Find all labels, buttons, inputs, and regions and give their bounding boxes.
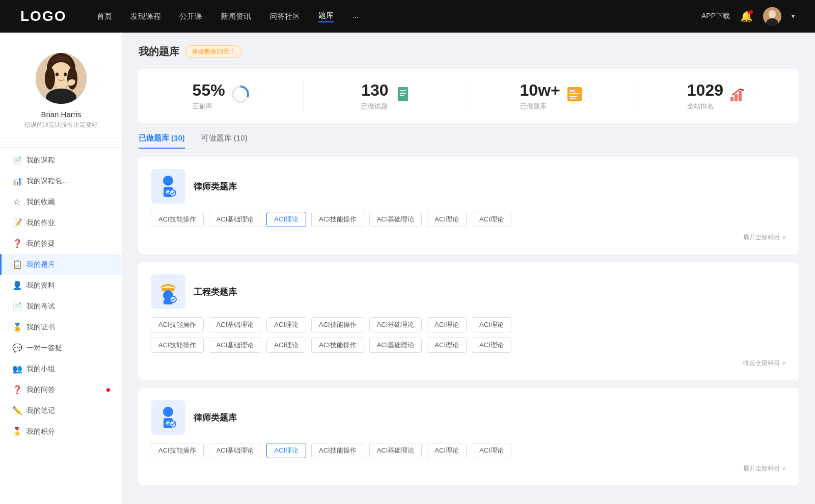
nav-item-首页[interactable]: 首页 (97, 12, 112, 21)
tag-0-2[interactable]: ACI理论 (266, 212, 306, 227)
menu-label-0: 我的课程 (26, 156, 55, 165)
svg-rect-22 (569, 93, 580, 94)
sidebar-menu-item-0[interactable]: 📄我的课程 (0, 150, 122, 171)
avatar[interactable] (763, 7, 781, 25)
bank-card-0: 律师类题库ACI技能操作ACI基础理论ACI理论ACI技能操作ACI基础理论AC… (139, 157, 799, 254)
tag-0-4[interactable]: ACI基础理论 (369, 212, 422, 227)
tag-0-5[interactable]: ACI理论 (427, 212, 467, 227)
tag-0-6[interactable]: ACI理论 (472, 212, 511, 227)
nav-item-问答社区[interactable]: 问答社区 (269, 12, 300, 21)
menu-icon-11: ❓ (12, 385, 21, 395)
app-download-link[interactable]: APP下载 (701, 12, 730, 21)
avatar-chevron[interactable]: ▾ (792, 13, 795, 20)
menu-icon-7: 📄 (12, 301, 21, 311)
logo[interactable]: LOGO (20, 8, 66, 24)
tag-2-6[interactable]: ACI理论 (472, 443, 511, 458)
stat-done-banks: 10w+ 已做题库 (469, 81, 634, 111)
tag-2-0[interactable]: ACI技能操作 (151, 443, 204, 458)
accuracy-chart-icon (231, 85, 250, 107)
bank-card-2: 律师类题库ACI技能操作ACI基础理论ACI理论ACI技能操作ACI基础理论AC… (139, 388, 799, 485)
menu-label-6: 我的资料 (26, 281, 55, 290)
sidebar-menu-item-11[interactable]: ❓我的问答 (0, 379, 122, 400)
tag-1-0-3[interactable]: ACI技能操作 (311, 317, 364, 332)
tag-1-0-1[interactable]: ACI基础理论 (209, 317, 262, 332)
expand-btn-2[interactable]: 展开全部科目 ∨ (743, 464, 786, 473)
tag-1-1-4[interactable]: ACI基础理论 (369, 338, 422, 353)
bank-icon-0 (151, 169, 185, 204)
menu-icon-4: ❓ (12, 239, 21, 248)
svg-rect-23 (569, 96, 578, 97)
sidebar-menu-item-13[interactable]: 🎖️我的积分 (0, 421, 122, 442)
tag-1-1-5[interactable]: ACI理论 (427, 338, 467, 353)
tag-2-5[interactable]: ACI理论 (427, 443, 467, 458)
tag-1-1-6[interactable]: ACI理论 (472, 338, 511, 353)
svg-rect-17 (400, 90, 406, 91)
tag-1-0-0[interactable]: ACI技能操作 (151, 317, 204, 332)
sidebar-menu-item-4[interactable]: ❓我的答疑 (0, 233, 122, 254)
sidebar-menu-item-7[interactable]: 📄我的考试 (0, 296, 122, 317)
tag-2-4[interactable]: ACI基础理论 (369, 443, 422, 458)
page-title: 我的题库 (139, 45, 179, 59)
sidebar-menu-item-9[interactable]: 💬一对一答疑 (0, 338, 122, 358)
trial-badge: 体验剩余23天！ (185, 45, 242, 58)
sidebar-menu-item-1[interactable]: 📊我的课程包... (0, 171, 122, 191)
menu-icon-12: ✏️ (12, 406, 21, 415)
tag-1-0-6[interactable]: ACI理论 (472, 317, 511, 332)
bank-footer-1: 收起全部科目 ∧ (151, 359, 786, 368)
nav-item-新闻资讯[interactable]: 新闻资讯 (221, 12, 251, 21)
sidebar-menu-item-6[interactable]: 👤我的资料 (0, 275, 122, 296)
navbar: LOGO 首页发现课程公开课新闻资讯问答社区题库··· APP下载 🔔 ▾ (0, 0, 815, 33)
tag-1-1-3[interactable]: ACI技能操作 (311, 338, 364, 353)
svg-point-28 (742, 89, 744, 91)
menu-icon-0: 📄 (12, 155, 21, 165)
tags-row-1-1: ACI技能操作ACI基础理论ACI理论ACI技能操作ACI基础理论ACI理论AC… (151, 338, 786, 353)
tag-2-1[interactable]: ACI基础理论 (209, 443, 262, 458)
menu-label-11: 我的问答 (26, 385, 55, 395)
svg-rect-18 (400, 93, 406, 94)
bank-footer-2: 展开全部科目 ∨ (151, 464, 786, 473)
tag-0-3[interactable]: ACI技能操作 (311, 212, 364, 227)
tab-row: 已做题库 (10)可做题库 (10) (139, 133, 799, 149)
tag-2-3[interactable]: ACI技能操作 (311, 443, 364, 458)
menu-icon-6: 👤 (12, 281, 21, 290)
tab-1[interactable]: 可做题库 (10) (201, 133, 248, 148)
notification-bell[interactable]: 🔔 (740, 10, 753, 22)
tag-1-0-2[interactable]: ACI理论 (266, 317, 306, 332)
svg-point-11 (64, 73, 67, 76)
sidebar-menu-item-5[interactable]: 📋我的题库 (0, 254, 122, 275)
nav-item-···[interactable]: ··· (352, 12, 359, 21)
tag-1-1-0[interactable]: ACI技能操作 (151, 338, 204, 353)
nav-item-题库[interactable]: 题库 (318, 11, 334, 22)
tag-0-1[interactable]: ACI基础理论 (209, 212, 262, 227)
menu-label-13: 我的积分 (26, 427, 55, 436)
sidebar-menu-item-3[interactable]: 📝我的作业 (0, 212, 122, 233)
nav-item-公开课[interactable]: 公开课 (179, 12, 202, 21)
svg-rect-25 (730, 97, 734, 101)
sidebar: Brian Harris 错误的决定比没有决定要好 📄我的课程📊我的课程包...… (0, 33, 122, 504)
nav-item-发现课程[interactable]: 发现课程 (130, 12, 161, 21)
stat-done-banks-value: 10w+ (520, 81, 560, 100)
tag-1-1-2[interactable]: ACI理论 (266, 338, 306, 353)
sidebar-menu-item-2[interactable]: ☆我的收藏 (0, 191, 122, 212)
tag-1-1-1[interactable]: ACI基础理论 (209, 338, 262, 353)
sidebar-menu-item-8[interactable]: 🏅我的证书 (0, 317, 122, 338)
sidebar-username: Brian Harris (41, 110, 81, 119)
stat-accuracy-label: 正确率 (193, 102, 225, 111)
expand-btn-0[interactable]: 展开全部科目 ∨ (743, 233, 786, 242)
menu-icon-13: 🎖️ (12, 427, 21, 436)
expand-btn-1[interactable]: 收起全部科目 ∧ (743, 359, 786, 368)
menu-label-7: 我的考试 (26, 302, 55, 311)
menu-icon-1: 📊 (12, 176, 21, 186)
svg-rect-24 (569, 98, 576, 99)
tab-0[interactable]: 已做题库 (10) (139, 133, 185, 148)
tag-1-0-5[interactable]: ACI理论 (427, 317, 467, 332)
navbar-right: APP下载 🔔 ▾ (701, 7, 795, 25)
tag-2-2[interactable]: ACI理论 (266, 443, 306, 458)
tag-0-0[interactable]: ACI技能操作 (151, 212, 204, 227)
bank-name-0: 律师类题库 (194, 181, 237, 192)
menu-label-4: 我的答疑 (26, 239, 55, 248)
sidebar-menu-item-10[interactable]: 👥我的小组 (0, 358, 122, 379)
sidebar-profile: Brian Harris 错误的决定比没有决定要好 (0, 43, 122, 138)
tag-1-0-4[interactable]: ACI基础理论 (369, 317, 422, 332)
sidebar-menu-item-12[interactable]: ✏️我的笔记 (0, 400, 122, 421)
